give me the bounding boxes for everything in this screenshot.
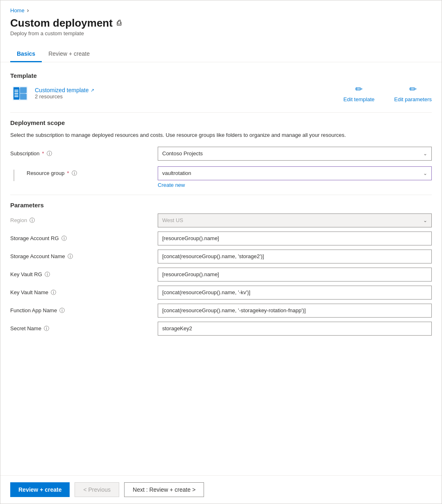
svg-rect-6 <box>14 91 18 92</box>
svg-rect-9 <box>14 96 18 97</box>
secret-name-label: Secret Name ⓘ <box>10 325 158 332</box>
previous-button: < Previous <box>75 482 119 497</box>
page-subtitle: Deploy from a custom template <box>10 30 432 36</box>
svg-rect-5 <box>14 90 18 91</box>
footer-bar: Review + create < Previous Next : Review… <box>0 475 442 504</box>
page-title: Custom deployment ⎙ <box>10 17 432 30</box>
template-actions: ✏ Edit template ✏ Edit parameters <box>343 84 432 102</box>
parameters-divider <box>10 195 432 195</box>
key-vault-name-input[interactable] <box>158 286 432 300</box>
template-resources: 2 resources <box>35 93 94 100</box>
secret-name-info-icon[interactable]: ⓘ <box>44 325 49 332</box>
secret-name-row: Secret Name ⓘ <box>10 322 432 336</box>
tab-review-create[interactable]: Review + create <box>42 46 96 62</box>
edit-template-button[interactable]: ✏ Edit template <box>343 84 374 102</box>
subscription-dropdown[interactable]: Contoso Projects ⌄ <box>158 147 432 161</box>
rg-indent <box>10 166 27 181</box>
region-dropdown: West US ⌄ <box>158 213 432 227</box>
edit-parameters-button[interactable]: ✏ Edit parameters <box>394 84 432 102</box>
subscription-dropdown-arrow: ⌄ <box>423 151 427 157</box>
storage-account-rg-label: Storage Account RG ⓘ <box>10 235 158 242</box>
region-control-wrap: West US ⌄ <box>158 213 432 227</box>
rg-line <box>14 170 14 181</box>
print-icon[interactable]: ⎙ <box>117 19 121 27</box>
template-name-link[interactable]: Customized template ↗ <box>35 87 94 93</box>
resource-group-control-wrap: vaultrotation ⌄ Create new <box>158 166 432 188</box>
resource-group-label: Resource group * ⓘ <box>27 166 158 177</box>
subscription-label: Subscription * ⓘ <box>10 147 158 157</box>
tabs-bar: Basics Review + create <box>0 46 442 62</box>
key-vault-name-label: Key Vault Name ⓘ <box>10 289 158 296</box>
template-section-title: Template <box>10 72 432 79</box>
parameters-section: Parameters Region ⓘ West US ⌄ Storage Ac… <box>10 202 432 336</box>
edit-template-icon: ✏ <box>355 84 363 95</box>
key-vault-rg-info-icon[interactable]: ⓘ <box>45 271 50 278</box>
svg-rect-7 <box>14 93 18 94</box>
svg-rect-4 <box>20 94 27 100</box>
resource-group-dropdown-arrow: ⌄ <box>423 170 427 176</box>
storage-account-rg-row: Storage Account RG ⓘ <box>10 232 432 245</box>
resource-group-info-icon[interactable]: ⓘ <box>72 170 77 177</box>
deployment-scope-section: Deployment scope Select the subscription… <box>10 119 432 188</box>
function-app-name-control-wrap <box>158 304 432 318</box>
secret-name-control-wrap <box>158 322 432 336</box>
key-vault-rg-control-wrap <box>158 268 432 282</box>
template-section: Customized template ↗ 2 resources ✏ Edit… <box>10 84 432 102</box>
function-app-name-row: Function App Name ⓘ <box>10 304 432 318</box>
storage-account-name-input[interactable] <box>158 250 432 263</box>
resource-group-row: Resource group * ⓘ vaultrotation ⌄ Creat… <box>10 166 432 188</box>
template-text: Customized template ↗ 2 resources <box>35 87 94 100</box>
storage-account-rg-control-wrap <box>158 232 432 245</box>
key-vault-rg-row: Key Vault RG ⓘ <box>10 268 432 282</box>
function-app-name-label: Function App Name ⓘ <box>10 307 158 314</box>
storage-account-rg-input[interactable] <box>158 232 432 245</box>
svg-rect-8 <box>14 95 18 95</box>
key-vault-rg-label: Key Vault RG ⓘ <box>10 271 158 278</box>
template-icon <box>10 85 30 102</box>
template-divider <box>10 112 432 113</box>
breadcrumb: Home › <box>10 7 432 14</box>
next-button[interactable]: Next : Review + create > <box>124 482 204 497</box>
key-vault-name-row: Key Vault Name ⓘ <box>10 286 432 300</box>
edit-parameters-icon: ✏ <box>409 84 417 95</box>
secret-name-input[interactable] <box>158 322 432 336</box>
home-link[interactable]: Home <box>10 7 25 14</box>
key-vault-name-info-icon[interactable]: ⓘ <box>51 289 56 296</box>
svg-rect-3 <box>20 87 27 93</box>
parameters-section-title: Parameters <box>10 202 432 209</box>
key-vault-rg-input[interactable] <box>158 268 432 282</box>
key-vault-name-control-wrap <box>158 286 432 300</box>
template-info: Customized template ↗ 2 resources <box>10 85 94 102</box>
storage-account-name-control-wrap <box>158 250 432 263</box>
review-create-button[interactable]: Review + create <box>10 482 70 497</box>
resource-group-dropdown[interactable]: vaultrotation ⌄ <box>158 166 432 180</box>
region-info-icon[interactable]: ⓘ <box>29 217 35 224</box>
breadcrumb-separator: › <box>27 7 29 14</box>
function-app-name-input[interactable] <box>158 304 432 318</box>
storage-account-name-info-icon[interactable]: ⓘ <box>68 253 73 260</box>
scope-description: Select the subscription to manage deploy… <box>10 131 432 139</box>
region-label: Region ⓘ <box>10 217 158 224</box>
subscription-control-wrap: Contoso Projects ⌄ <box>158 147 432 161</box>
deployment-scope-title: Deployment scope <box>10 119 432 126</box>
function-app-name-info-icon[interactable]: ⓘ <box>59 307 65 314</box>
tab-basics[interactable]: Basics <box>10 46 42 62</box>
storage-account-name-row: Storage Account Name ⓘ <box>10 250 432 263</box>
subscription-info-icon[interactable]: ⓘ <box>47 150 52 157</box>
region-dropdown-arrow: ⌄ <box>423 218 427 223</box>
create-new-link[interactable]: Create new <box>158 182 185 188</box>
region-row: Region ⓘ West US ⌄ <box>10 213 432 227</box>
storage-account-rg-info-icon[interactable]: ⓘ <box>61 235 67 242</box>
storage-account-name-label: Storage Account Name ⓘ <box>10 253 158 260</box>
subscription-row: Subscription * ⓘ Contoso Projects ⌄ <box>10 147 432 161</box>
external-link-icon: ↗ <box>91 88 94 93</box>
